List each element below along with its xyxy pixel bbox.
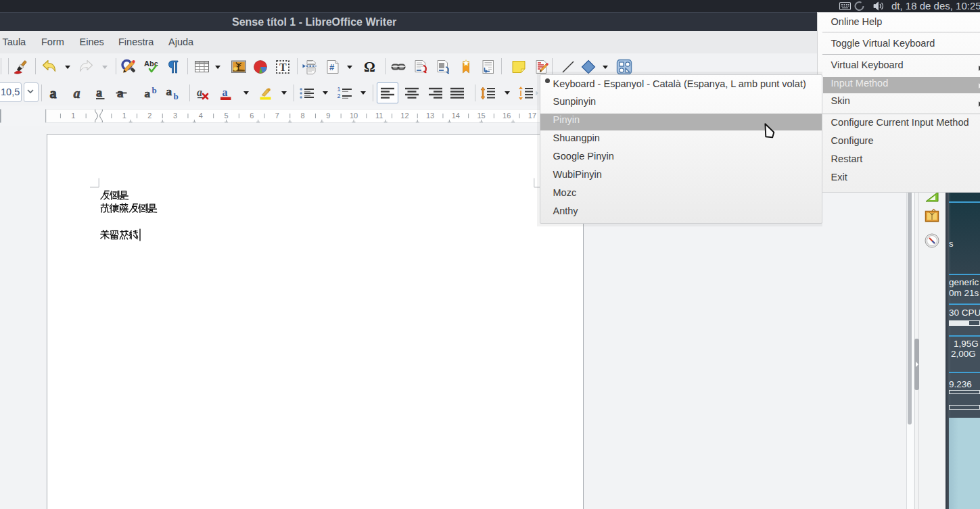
svg-text:14: 14 xyxy=(452,112,460,120)
svg-text:9: 9 xyxy=(326,112,330,120)
svg-text:1: 1 xyxy=(71,112,75,120)
svg-text:b: b xyxy=(152,85,157,95)
svg-text:a: a xyxy=(50,85,57,100)
svg-text:b: b xyxy=(174,91,179,101)
svg-text:a: a xyxy=(223,87,228,98)
svg-text:8: 8 xyxy=(301,112,305,120)
svg-text:1: 1 xyxy=(122,112,126,120)
svg-text:11: 11 xyxy=(375,112,383,120)
svg-text:5: 5 xyxy=(224,112,228,120)
svg-text:a: a xyxy=(197,87,202,98)
svg-text:6: 6 xyxy=(250,112,254,120)
svg-text:17: 17 xyxy=(528,112,536,120)
svg-text:7: 7 xyxy=(275,112,279,120)
svg-text:10: 10 xyxy=(350,112,358,120)
svg-text:4: 4 xyxy=(199,112,203,120)
svg-text:16: 16 xyxy=(503,112,511,120)
svg-text:12: 12 xyxy=(400,112,409,120)
svg-text:#: # xyxy=(329,62,335,72)
svg-text:2: 2 xyxy=(337,93,341,99)
svg-text:2: 2 xyxy=(147,112,151,120)
svg-text:15: 15 xyxy=(477,112,485,120)
svg-text:a: a xyxy=(145,87,151,99)
svg-text:T: T xyxy=(279,62,287,73)
svg-text:1: 1 xyxy=(337,86,341,93)
svg-text:a: a xyxy=(96,85,102,99)
svg-text:a: a xyxy=(74,85,80,100)
svg-text:a: a xyxy=(166,85,172,98)
svg-text:13: 13 xyxy=(426,112,434,120)
svg-text:Ω: Ω xyxy=(364,59,375,75)
svg-text:3: 3 xyxy=(173,112,177,120)
